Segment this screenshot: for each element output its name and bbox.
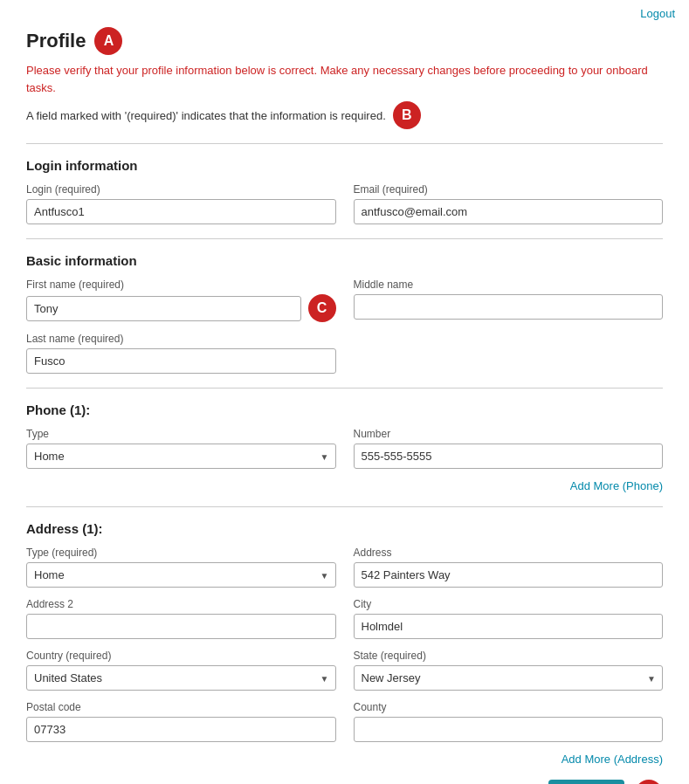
page-title-row: Profile A	[26, 27, 663, 55]
login-section-title: Login information	[26, 158, 663, 173]
first-name-label: First name (required)	[26, 279, 336, 291]
phone-section-title: Phone (1):	[26, 402, 663, 417]
badge-a: A	[94, 27, 122, 55]
login-section: Login information Login (required) Email…	[26, 143, 663, 224]
country-select[interactable]: United States Canada Other	[26, 665, 336, 691]
address2-city-row: Address 2 City	[26, 598, 663, 639]
address-label: Address	[354, 547, 664, 559]
logout-link[interactable]: Logout	[640, 7, 675, 20]
main-content: Profile A Please verify that your profil…	[0, 27, 689, 784]
middle-name-input[interactable]	[354, 294, 664, 320]
address2-group: Address 2	[26, 598, 336, 639]
city-label: City	[354, 598, 664, 610]
address-input[interactable]	[354, 562, 664, 588]
address-field-group: Address	[354, 547, 664, 588]
county-group: County	[354, 701, 664, 742]
state-select-wrapper: New Jersey New York California	[354, 665, 664, 691]
top-bar: Logout	[0, 0, 689, 27]
update-button[interactable]: Update	[548, 780, 624, 784]
county-label: County	[354, 701, 664, 713]
state-label: State (required)	[354, 650, 664, 662]
address-type-group: Type (required) Home Work Other	[26, 547, 336, 588]
email-input[interactable]	[354, 199, 664, 224]
middle-name-label: Middle name	[354, 279, 664, 291]
badge-b: B	[393, 101, 421, 129]
last-name-group: Last name (required)	[26, 333, 336, 374]
phone-number-input[interactable]	[354, 444, 664, 469]
address2-input[interactable]	[26, 614, 336, 639]
phone-section: Phone (1): Type Home Work Mobile Other N…	[26, 388, 663, 492]
email-group: Email (required)	[354, 183, 664, 224]
login-form-row: Login (required) Email (required)	[26, 183, 663, 224]
first-name-input[interactable]	[26, 296, 301, 321]
phone-number-label: Number	[354, 428, 664, 440]
city-group: City	[354, 598, 664, 639]
add-more-phone-link[interactable]: Add More (Phone)	[26, 479, 663, 492]
last-name-label: Last name (required)	[26, 333, 336, 345]
info-text-red: Please verify that your profile informat…	[26, 62, 663, 96]
page-title: Profile	[26, 30, 86, 52]
basic-section: Basic information First name (required) …	[26, 238, 663, 374]
badge-c: C	[308, 294, 336, 322]
basic-section-title: Basic information	[26, 253, 663, 268]
last-name-spacer	[354, 333, 664, 374]
postal-input[interactable]	[26, 717, 336, 742]
add-more-address-link[interactable]: Add More (Address)	[26, 753, 663, 766]
state-group: State (required) New Jersey New York Cal…	[354, 650, 664, 691]
bottom-bar: Update D	[26, 780, 663, 784]
address-type-row: Type (required) Home Work Other Address	[26, 547, 663, 588]
county-input[interactable]	[354, 717, 664, 742]
phone-type-select[interactable]: Home Work Mobile Other	[26, 444, 336, 469]
country-state-row: Country (required) United States Canada …	[26, 650, 663, 691]
login-label: Login (required)	[26, 183, 336, 196]
phone-type-select-wrapper: Home Work Mobile Other	[26, 444, 336, 469]
address-section: Address (1): Type (required) Home Work O…	[26, 506, 663, 766]
login-input[interactable]	[26, 199, 336, 224]
phone-form-row: Type Home Work Mobile Other Number	[26, 428, 663, 469]
postal-group: Postal code	[26, 701, 336, 742]
middle-name-group: Middle name	[354, 279, 664, 322]
postal-label: Postal code	[26, 701, 336, 713]
country-group: Country (required) United States Canada …	[26, 650, 336, 691]
last-name-input[interactable]	[26, 348, 336, 374]
city-input[interactable]	[354, 614, 664, 639]
postal-county-row: Postal code County	[26, 701, 663, 742]
email-label: Email (required)	[354, 183, 664, 196]
address2-label: Address 2	[26, 598, 336, 610]
address-type-select-wrapper: Home Work Other	[26, 562, 336, 588]
country-label: Country (required)	[26, 650, 336, 662]
phone-type-label: Type	[26, 428, 336, 440]
last-name-row: Last name (required)	[26, 333, 663, 374]
address-type-label: Type (required)	[26, 547, 336, 559]
info-text-black: A field marked with '(required)' indicat…	[26, 101, 663, 129]
state-select[interactable]: New Jersey New York California	[354, 665, 664, 691]
first-name-group: First name (required) C	[26, 279, 336, 322]
basic-name-row: First name (required) C Middle name	[26, 279, 663, 322]
address-type-select[interactable]: Home Work Other	[26, 562, 336, 588]
phone-number-group: Number	[354, 428, 664, 469]
country-select-wrapper: United States Canada Other	[26, 665, 336, 691]
info-text-black-content: A field marked with '(required)' indicat…	[26, 109, 386, 122]
badge-d: D	[635, 780, 663, 784]
phone-type-group: Type Home Work Mobile Other	[26, 428, 336, 469]
address-section-title: Address (1):	[26, 521, 663, 536]
login-group: Login (required)	[26, 183, 336, 224]
